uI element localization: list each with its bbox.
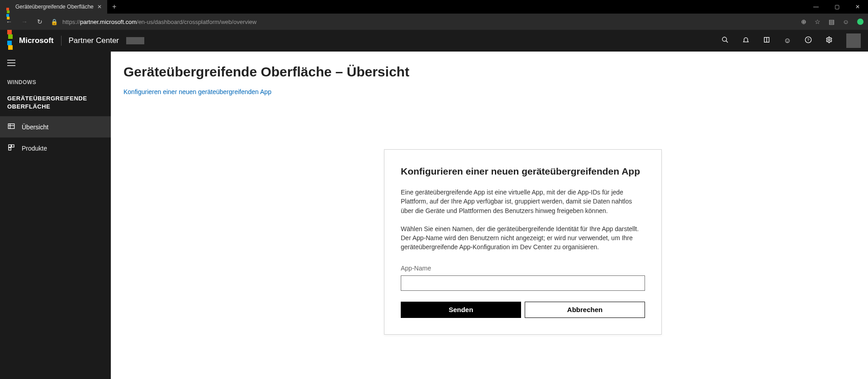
feedback-icon[interactable]: ☺ <box>784 37 791 45</box>
submit-button[interactable]: Senden <box>401 302 521 318</box>
url-display[interactable]: 🔒 https://partner.microsoft.com/en-us/da… <box>51 19 256 25</box>
sidebar-item-overview[interactable]: Übersicht <box>0 116 111 137</box>
sidebar-category: WINDOWS <box>0 76 111 89</box>
url-host: partner.microsoft.com <box>80 19 137 25</box>
svg-rect-9 <box>8 124 14 129</box>
tab-favicon <box>5 4 12 10</box>
close-tab-icon[interactable]: ✕ <box>97 4 102 10</box>
configure-app-dialog: Konfigurieren einer neuen geräteübergrei… <box>384 149 662 335</box>
svg-line-1 <box>726 41 728 43</box>
url-scheme: https:// <box>62 19 80 25</box>
brand-label: Microsoft <box>19 36 54 45</box>
window-close-button[interactable]: ✕ <box>847 0 868 14</box>
page-title: Geräteübergreifende Oberfläche – Übersic… <box>123 64 855 80</box>
svg-rect-14 <box>9 148 11 150</box>
dialog-paragraph-1: Eine geräteübergreifende App ist eine vi… <box>401 188 645 215</box>
notifications-icon[interactable] <box>742 36 749 45</box>
sidebar-item-label: Übersicht <box>22 123 48 131</box>
help-icon[interactable]: ? <box>805 36 812 45</box>
header-divider <box>61 36 62 46</box>
dialog-paragraph-2: Wählen Sie einen Namen, der die geräteüb… <box>401 224 645 252</box>
settings-gear-icon[interactable] <box>825 36 833 45</box>
configure-new-app-link[interactable]: Konfigurieren einer neuen geräteübergrei… <box>123 88 271 95</box>
user-avatar[interactable] <box>846 33 861 48</box>
profile-icon[interactable] <box>857 19 863 25</box>
sidebar-item-products[interactable]: Produkte <box>0 137 111 159</box>
svg-point-0 <box>722 37 726 41</box>
browser-tabstrip: Geräteübergreifende Oberfläche ✕ + ― ▢ ✕ <box>0 0 868 14</box>
zoom-icon[interactable]: ⊕ <box>801 18 806 25</box>
hamburger-menu-icon[interactable] <box>0 57 111 76</box>
main-content: Geräteübergreifende Oberfläche – Übersic… <box>111 52 868 379</box>
favorite-icon[interactable]: ☆ <box>815 18 821 25</box>
partner-center-header: Microsoft Partner Center ☺ ? <box>0 30 868 52</box>
microsoft-logo-icon <box>7 30 12 52</box>
nav-forward-icon: → <box>20 18 29 25</box>
cancel-button[interactable]: Abbrechen <box>525 302 645 318</box>
window-minimize-button[interactable]: ― <box>806 0 826 14</box>
lock-icon: 🔒 <box>51 19 58 25</box>
svg-rect-13 <box>12 145 14 147</box>
search-icon[interactable] <box>721 36 729 45</box>
sidebar-section-title: GERÄTEÜBERGREIFENDE OBERFLÄCHE <box>0 89 111 116</box>
window-maximize-button[interactable]: ▢ <box>826 0 847 14</box>
svg-point-5 <box>828 39 830 41</box>
url-path: /en-us/dashboard/crossplatform/web/overv… <box>137 19 256 25</box>
svg-text:?: ? <box>807 38 810 42</box>
sidebar-item-label: Produkte <box>22 145 47 152</box>
header-badge <box>126 37 144 44</box>
sidebar: WINDOWS GERÄTEÜBERGREIFENDE OBERFLÄCHE Ü… <box>0 52 111 379</box>
browser-addressbar: ← → ↻ 🔒 https://partner.microsoft.com/en… <box>0 14 868 30</box>
browser-tab[interactable]: Geräteübergreifende Oberfläche ✕ <box>0 0 107 14</box>
app-name-input[interactable] <box>401 275 645 291</box>
new-tab-button[interactable]: + <box>107 0 122 14</box>
overview-icon <box>7 123 15 131</box>
tab-title: Geräteübergreifende Oberfläche <box>15 4 94 10</box>
dialog-title: Konfigurieren einer neuen geräteübergrei… <box>401 166 645 177</box>
face-icon[interactable]: ☺ <box>843 18 849 25</box>
nav-refresh-icon[interactable]: ↻ <box>35 18 44 25</box>
app-name-label: App-Name <box>401 265 645 272</box>
ticket-icon[interactable] <box>763 36 770 45</box>
svg-rect-12 <box>9 145 11 147</box>
extension-icon[interactable]: ▤ <box>829 18 835 25</box>
product-label: Partner Center <box>69 36 119 45</box>
products-icon <box>7 144 15 152</box>
